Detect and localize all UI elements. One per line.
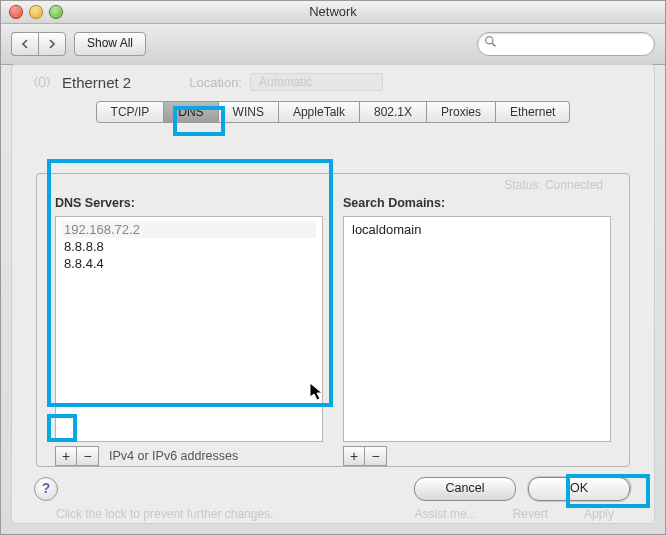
search-domains-column: Search Domains: localdomain + − [343,196,611,466]
tab-8021x[interactable]: 802.1X [360,101,427,123]
domains-remove-button[interactable]: − [365,446,387,466]
tab-proxies[interactable]: Proxies [427,101,496,123]
show-all-button[interactable]: Show All [74,32,146,56]
dns-servers-list[interactable]: 192.168.72.28.8.8.88.8.4.4 [55,216,323,442]
toolbar: Show All [1,24,665,65]
dns-row[interactable]: 192.168.72.2 [62,221,316,238]
assist-me-faded: Assist me... [415,507,477,521]
columns: DNS Servers: 192.168.72.28.8.8.88.8.4.4 … [55,196,611,466]
window-title: Network [309,4,357,19]
svg-point-0 [486,37,493,44]
svg-point-2 [39,77,45,87]
nav-buttons [11,32,66,56]
bottom-buttons-faded: Assist me... Revert Apply [415,507,614,521]
dns-remove-button[interactable]: − [77,446,99,466]
domains-add-remove: + − [343,446,611,466]
domain-row[interactable]: localdomain [350,221,604,238]
cancel-button[interactable]: Cancel [414,477,516,501]
dns-row[interactable]: 8.8.8.8 [62,238,316,255]
search-domains-title: Search Domains: [343,196,611,210]
close-window-button[interactable] [9,5,23,19]
dns-servers-column: DNS Servers: 192.168.72.28.8.8.88.8.4.4 … [55,196,323,466]
minimize-window-button[interactable] [29,5,43,19]
zoom-window-button[interactable] [49,5,63,19]
dns-hint: IPv4 or IPv6 addresses [109,449,238,463]
content-area: Ethernet 2 Location: Automatic TCP/IPDNS… [11,64,655,524]
chevron-left-icon [21,39,29,49]
dns-row[interactable]: 8.8.4.4 [62,255,316,272]
titlebar: Network [1,1,665,24]
forward-button[interactable] [38,32,66,56]
tab-ethernet[interactable]: Ethernet [496,101,570,123]
location-popup[interactable]: Automatic [250,73,383,91]
preferences-window: Network Show All Ethernet 2 Location: Au… [0,0,666,535]
dns-add-remove: + − IPv4 or IPv6 addresses [55,446,323,466]
tab-bar: TCP/IPDNSWINSAppleTalk802.1XProxiesEther… [56,101,610,123]
sheet-footer: Cancel OK [414,477,630,501]
status-text: Status: Connected [504,178,603,192]
revert-faded: Revert [513,507,548,521]
search-domains-list[interactable]: localdomain [343,216,611,442]
help-button[interactable]: ? [34,477,58,501]
location-label: Location: [189,75,242,90]
interface-header: Ethernet 2 Location: Automatic [12,65,654,95]
domains-add-button[interactable]: + [343,446,365,466]
lock-text: Click the lock to prevent further change… [56,507,273,521]
tab-appletalk[interactable]: AppleTalk [279,101,360,123]
apply-faded: Apply [584,507,614,521]
dns-add-button[interactable]: + [55,446,77,466]
search-field-wrap [477,32,655,56]
search-input[interactable] [477,32,655,56]
ethernet-icon [30,75,54,89]
dns-servers-title: DNS Servers: [55,196,323,210]
tab-dns[interactable]: DNS [164,101,218,123]
interface-name: Ethernet 2 [62,74,131,91]
tab-tcpip[interactable]: TCP/IP [96,101,165,123]
ok-button[interactable]: OK [528,477,630,501]
window-controls [9,5,63,19]
back-button[interactable] [11,32,38,56]
search-icon [484,35,497,48]
svg-line-1 [492,43,495,46]
tab-wins[interactable]: WINS [219,101,279,123]
dns-panel: Status: Connected DNS Servers: 192.168.7… [36,173,630,467]
chevron-right-icon [48,39,56,49]
